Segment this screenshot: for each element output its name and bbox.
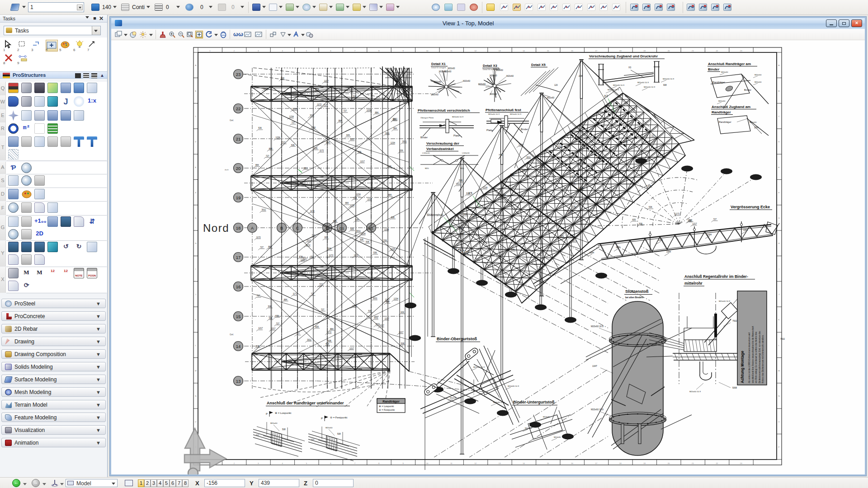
svg-text:508: 508 [281, 77, 284, 80]
svg-text:M20x60: M20x60 [478, 83, 486, 85]
svg-text:12: 12 [474, 50, 476, 52]
svg-text:10: 10 [426, 462, 429, 465]
svg-text:Detail X1: Detail X1 [431, 62, 446, 66]
svg-text:F: F [778, 192, 780, 194]
svg-text:M: M [195, 370, 197, 372]
svg-text:1084: 1084 [666, 251, 671, 253]
svg-text:3011: 3011 [262, 209, 266, 211]
svg-text:Anschluß Regentallrohr im Bind: Anschluß Regentallrohr im Binder- [684, 274, 748, 279]
svg-text:22: 22 [236, 106, 241, 111]
svg-text:3011: 3011 [356, 230, 361, 232]
svg-text:22: 22 [716, 462, 718, 465]
svg-text:M24x80 10.9: M24x80 10.9 [450, 397, 461, 399]
svg-text:B: B [778, 90, 780, 92]
svg-text:12%: 12% [754, 126, 759, 129]
svg-text:21: 21 [692, 462, 694, 465]
svg-text:1234: 1234 [582, 198, 587, 201]
svg-text:727: 727 [292, 122, 295, 124]
svg-text:884: 884 [269, 148, 273, 150]
svg-text:104T: 104T [592, 365, 597, 367]
svg-text:1172: 1172 [256, 236, 261, 239]
svg-text:884: 884 [330, 328, 334, 330]
svg-text:114: 114 [256, 434, 259, 436]
svg-text:1234: 1234 [472, 215, 476, 217]
svg-text:1234: 1234 [352, 305, 357, 307]
svg-text:Anschluß der Randträger untere: Anschluß der Randträger untereinander [267, 401, 344, 405]
svg-text:536: 536 [299, 256, 303, 258]
svg-text:536: 536 [649, 206, 652, 208]
svg-text:M20x60: M20x60 [490, 93, 498, 95]
svg-text:17: 17 [595, 50, 597, 52]
svg-text:536: 536 [571, 235, 574, 238]
svg-text:3011: 3011 [283, 93, 288, 95]
svg-text:1217: 1217 [399, 331, 404, 333]
svg-text:908: 908 [663, 84, 667, 86]
svg-text:1217: 1217 [380, 324, 385, 327]
svg-text:508: 508 [328, 340, 331, 342]
svg-text:727: 727 [257, 295, 260, 297]
svg-text:1217: 1217 [307, 239, 311, 242]
svg-text:727: 727 [276, 323, 280, 325]
svg-text:3011: 3011 [310, 114, 314, 117]
svg-text:1234: 1234 [367, 109, 372, 112]
svg-text:Gel.: Gel. [230, 119, 234, 122]
svg-text:M20: M20 [460, 167, 464, 169]
svg-text:536: 536 [572, 206, 576, 208]
svg-text:609: 609 [325, 236, 328, 239]
svg-text:A: A [195, 64, 197, 66]
svg-text:884: 884 [393, 118, 396, 121]
svg-text:120: 120 [554, 84, 558, 86]
svg-text:20: 20 [668, 462, 670, 465]
svg-text:M20x60: M20x60 [506, 75, 514, 77]
svg-text:1172: 1172 [623, 141, 627, 143]
svg-text:M20x60: M20x60 [431, 94, 439, 96]
svg-text:Pfettenanschluß verschieblich: Pfettenanschluß verschieblich [418, 108, 470, 113]
svg-text:Binder: Binder [744, 89, 751, 91]
svg-text:884: 884 [538, 193, 542, 195]
svg-text:508: 508 [639, 223, 642, 225]
svg-text:L100x10: L100x10 [462, 152, 470, 154]
svg-text:Anschluß Zugband am: Anschluß Zugband am [712, 105, 750, 109]
svg-text:M24x80 10.9: M24x80 10.9 [508, 385, 519, 387]
svg-text:M20x60: M20x60 [721, 71, 728, 73]
svg-text:609: 609 [350, 228, 354, 230]
svg-text:⊕ = Lospunkt: ⊕ = Lospunkt [275, 412, 292, 414]
svg-text:M20x60 10.9: M20x60 10.9 [689, 390, 701, 393]
svg-text:11: 11 [450, 50, 453, 52]
svg-text:1217: 1217 [385, 318, 390, 320]
svg-text:16: 16 [236, 284, 241, 289]
svg-text:508: 508 [268, 305, 272, 308]
svg-text:1172: 1172 [354, 254, 359, 257]
svg-text:3011: 3011 [373, 297, 377, 300]
svg-text:P: P [778, 446, 780, 448]
svg-text:3011: 3011 [385, 132, 390, 135]
svg-text:14: 14 [523, 50, 525, 52]
svg-text:M20x60: M20x60 [448, 67, 455, 70]
svg-text:anschließend den Stutzen einzu: anschließend den Stutzen einzuschrauben … [752, 326, 754, 383]
svg-text:G: G [195, 217, 196, 219]
svg-text:M20x60: M20x60 [755, 74, 762, 76]
svg-text:727: 727 [343, 110, 347, 112]
svg-text:1172: 1172 [320, 150, 324, 152]
svg-text:1217: 1217 [368, 198, 373, 201]
svg-text:727: 727 [266, 155, 269, 157]
svg-text:Verschraubung Zugband und Druc: Verschraubung Zugband und Druckrohr [589, 54, 658, 58]
svg-text:14: 14 [236, 344, 241, 349]
svg-text:1234: 1234 [391, 248, 396, 250]
svg-text:N: N [778, 395, 779, 397]
svg-text:884: 884 [255, 164, 259, 166]
svg-text:Platte: Platte [486, 129, 493, 131]
svg-text:15: 15 [236, 314, 241, 319]
svg-text:Verschraubung der: Verschraubung der [426, 141, 459, 145]
svg-text:M24x80: M24x80 [543, 416, 550, 418]
svg-text:609: 609 [333, 220, 337, 222]
svg-text:609: 609 [275, 315, 279, 317]
svg-text:536: 536 [256, 345, 259, 347]
svg-text:M24x80 10.9: M24x80 10.9 [493, 401, 505, 404]
svg-text:D: D [778, 141, 779, 143]
svg-text:K: K [778, 319, 780, 321]
svg-text:1172: 1172 [293, 293, 297, 295]
svg-text:M20x60 10.9: M20x60 10.9 [488, 113, 500, 115]
svg-text:M20x60: M20x60 [439, 70, 447, 73]
svg-text:536: 536 [557, 145, 561, 148]
